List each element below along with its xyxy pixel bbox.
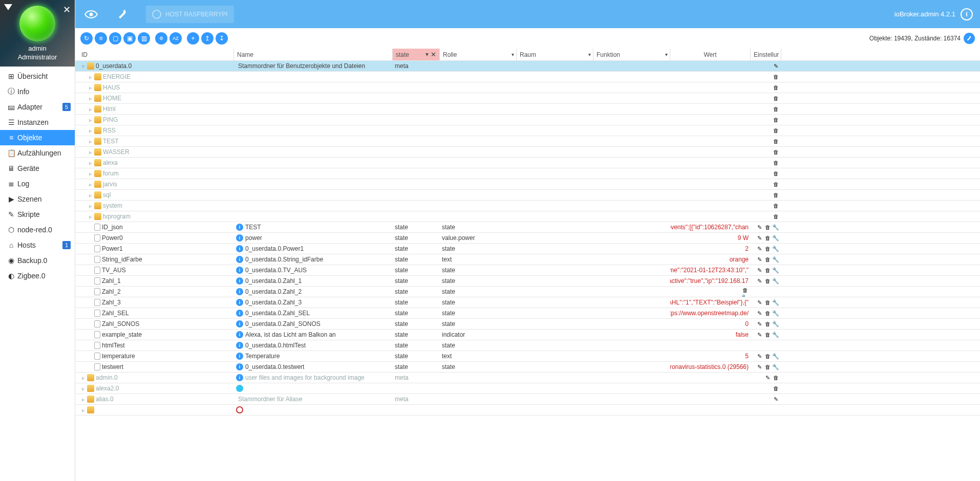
- edit-icon[interactable]: ✎: [756, 245, 763, 252]
- host-selector[interactable]: HOST RASPBERRYPI: [146, 6, 234, 23]
- delete-icon[interactable]: 🗑: [772, 374, 779, 381]
- config-icon[interactable]: 🔧: [772, 310, 779, 317]
- hdr-raum[interactable]: Raum: [517, 49, 593, 60]
- hdr-type-filter[interactable]: state ▾✕: [393, 49, 440, 60]
- table-row[interactable]: ▹jarvis 🗑: [75, 179, 980, 190]
- cell-wert[interactable]: [670, 405, 751, 415]
- tree-expand-icon[interactable]: ▹: [88, 203, 93, 209]
- hdr-id[interactable]: ID: [75, 49, 234, 60]
- collapse-all-button[interactable]: ▢: [109, 32, 121, 45]
- edit-icon[interactable]: ✎: [764, 374, 771, 381]
- delete-icon[interactable]: 🗑: [764, 234, 771, 242]
- edit-icon[interactable]: ✎: [756, 320, 763, 327]
- table-row[interactable]: ▹tvprogram 🗑: [75, 211, 980, 222]
- delete-icon[interactable]: 🗑: [764, 320, 771, 327]
- download-button[interactable]: ↧: [216, 32, 228, 45]
- table-row[interactable]: example_statei Alexa, ist das Licht am B…: [75, 330, 980, 340]
- tree-expand-icon[interactable]: ▹: [88, 74, 93, 80]
- edit-icon[interactable]: ✎: [756, 277, 763, 285]
- delete-icon[interactable]: 🗑: [772, 116, 779, 123]
- upload-button[interactable]: ↥: [201, 32, 214, 45]
- cell-wert[interactable]: [670, 82, 751, 93]
- table-row[interactable]: ▹alexa2.0 🗑: [75, 383, 980, 394]
- config-icon[interactable]: 🔧: [741, 294, 749, 297]
- sidebar-item-info[interactable]: ⓘInfo: [0, 84, 75, 99]
- table-row[interactable]: Power0i powerstatevalue.power9 W✎🗑🔧: [75, 233, 980, 244]
- tree-expand-icon[interactable]: ▹: [80, 407, 86, 413]
- cell-wert[interactable]: 2: [670, 244, 751, 254]
- config-icon[interactable]: 🔧: [772, 256, 779, 263]
- delete-icon[interactable]: 🗑: [772, 213, 779, 220]
- edit-icon[interactable]: ✎: [756, 363, 763, 370]
- cell-wert[interactable]: 9 W: [670, 233, 751, 243]
- delete-icon[interactable]: 🗑: [772, 148, 779, 156]
- tree-expand-icon[interactable]: ▹: [88, 171, 93, 177]
- table-row[interactable]: ▹PING 🗑: [75, 115, 980, 125]
- cell-wert[interactable]: 5: [670, 351, 751, 361]
- edit-icon[interactable]: ✎: [756, 256, 763, 263]
- tree-expand-icon[interactable]: ▹: [88, 160, 93, 166]
- cell-wert[interactable]: [670, 340, 751, 351]
- sidebar-item-hosts[interactable]: ⌂Hosts1: [0, 237, 75, 253]
- delete-icon[interactable]: 🗑: [764, 363, 771, 370]
- cell-wert[interactable]: false: [670, 330, 751, 340]
- table-row[interactable]: Zahl_3i 0_userdata.0.Zahl_3statestate[{"…: [75, 297, 980, 308]
- table-row[interactable]: ▹: [75, 405, 980, 416]
- config-icon[interactable]: 🔧: [772, 277, 779, 285]
- table-row[interactable]: ▹sql 🗑: [75, 190, 980, 201]
- tree-expand-icon[interactable]: ▹: [88, 192, 93, 198]
- table-row[interactable]: Zahl_2i 0_userdata.0.Zahl_2statestate ✎🗑…: [75, 287, 980, 297]
- table-row[interactable]: Zahl_SELi 0_userdata.0.Zahl_SELstatestat…: [75, 308, 980, 319]
- delete-icon[interactable]: 🗑: [764, 245, 771, 252]
- cell-wert[interactable]: [{"events":[{"id":10626287,"chan: [670, 222, 751, 232]
- cell-wert[interactable]: [670, 394, 751, 404]
- menu-toggle-icon[interactable]: [4, 4, 12, 10]
- table-row[interactable]: ▹TEST 🗑: [75, 136, 980, 147]
- table-row[interactable]: htmlTesti 0_userdata.0.htmlTeststatestat…: [75, 340, 980, 351]
- config-icon[interactable]: 🔧: [772, 331, 779, 338]
- tree-expand-icon[interactable]: ▹: [88, 214, 93, 220]
- edit-icon[interactable]: ✎: [772, 396, 779, 403]
- config-icon[interactable]: 🔧: [772, 267, 779, 274]
- sidebar-item-übersicht[interactable]: ⊞Übersicht: [0, 69, 75, 84]
- edit-icon[interactable]: ✎: [756, 224, 763, 231]
- table-row[interactable]: temperaturei Temperaturestatetext5✎🗑🔧: [75, 351, 980, 362]
- cell-wert[interactable]: [670, 383, 751, 393]
- wrench-icon[interactable]: [114, 6, 132, 23]
- refresh-button[interactable]: ↻: [80, 32, 93, 45]
- sidebar-item-node-red.0[interactable]: ⬡node-red.0: [0, 222, 75, 237]
- sidebar-item-szenen[interactable]: ▶Szenen: [0, 191, 75, 207]
- cell-wert[interactable]: [670, 179, 751, 189]
- cell-wert[interactable]: orange: [670, 254, 751, 265]
- delete-icon[interactable]: 🗑: [772, 181, 779, 188]
- table-row[interactable]: ▹forum 🗑: [75, 168, 980, 179]
- cell-wert[interactable]: [670, 147, 751, 157]
- tree-expand-icon[interactable]: ▹: [88, 149, 93, 155]
- delete-icon[interactable]: 🗑: [772, 73, 779, 80]
- delete-icon[interactable]: 🗑: [772, 84, 779, 91]
- table-row[interactable]: testwerti 0_userdata.0.testwertstatestat…: [75, 362, 980, 373]
- close-icon[interactable]: ✕: [63, 4, 71, 15]
- sidebar-item-aufzählungen[interactable]: 📋Aufzählungen: [0, 145, 75, 161]
- delete-icon[interactable]: 🗑: [764, 267, 771, 274]
- expand-all-button[interactable]: ▣: [123, 32, 136, 45]
- delete-icon[interactable]: 🗑: [741, 287, 749, 294]
- tree-expand-icon[interactable]: ▹: [80, 397, 86, 402]
- cell-wert[interactable]: [670, 125, 751, 136]
- clear-filter-icon[interactable]: ✕: [431, 51, 436, 58]
- delete-icon[interactable]: 🗑: [764, 310, 771, 317]
- delete-icon[interactable]: 🗑: [764, 256, 771, 263]
- tree-expand-icon[interactable]: ▹: [88, 182, 93, 187]
- cell-wert[interactable]: [670, 61, 751, 71]
- sidebar-item-log[interactable]: ≣Log: [0, 176, 75, 191]
- delete-icon[interactable]: 🗑: [772, 385, 779, 392]
- sidebar-item-geräte[interactable]: 🖥Geräte: [0, 161, 75, 176]
- table-row[interactable]: ▹alexa 🗑: [75, 158, 980, 168]
- cell-wert[interactable]: [670, 115, 751, 125]
- cell-wert[interactable]: 0: [670, 319, 751, 329]
- delete-icon[interactable]: 🗑: [772, 105, 779, 113]
- delete-icon[interactable]: 🗑: [772, 159, 779, 166]
- add-button[interactable]: +: [187, 32, 199, 45]
- table-row[interactable]: Zahl_SONOSi 0_userdata.0.Zahl_SONOSstate…: [75, 319, 980, 330]
- sidebar-item-backup.0[interactable]: ◉Backup.0: [0, 253, 75, 268]
